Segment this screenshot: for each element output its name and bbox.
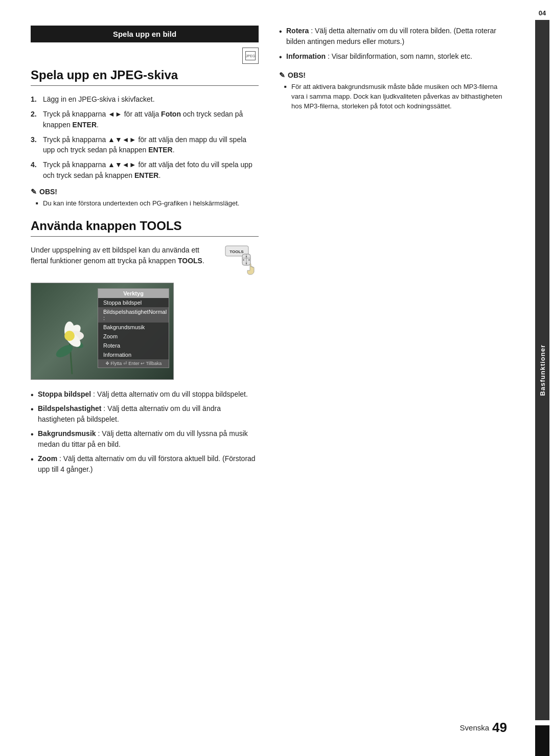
- tools-desc-line1: Under uppspelning av ett bildspel kan du…: [31, 246, 204, 265]
- right-bullet-info-bold: Information: [286, 52, 326, 60]
- obs-title-2: ✎ OBS!: [279, 71, 507, 79]
- tools-bullet-zoom: Zoom : Välj detta alternativ om du vill …: [31, 453, 259, 475]
- pencil-icon-1: ✎: [31, 188, 37, 196]
- step-1-num: 1.: [31, 94, 41, 104]
- step-4-text: Tryck på knapparna ▲▼◄► för att välja de…: [43, 159, 259, 180]
- obs-list-1: Du kan inte förstora undertexten och PG-…: [31, 199, 259, 209]
- tools-menu-speed-value: Normal: [149, 309, 167, 321]
- step-1: 1. Lägg in en JPEG-skiva i skivfacket.: [31, 94, 259, 104]
- tools-bullet-stop-bold: Stoppa bildspel: [38, 390, 91, 398]
- tools-menu-item-stop: Stoppa bildspel: [98, 298, 169, 307]
- obs-label-1: OBS!: [39, 188, 57, 196]
- tools-bullet-zoom-text: : Välj detta alternativ om du vill först…: [38, 454, 256, 473]
- svg-text:◄: ◄: [242, 258, 245, 261]
- side-tab-bar: [535, 725, 549, 756]
- step-3-num: 3.: [31, 134, 41, 155]
- section-title-tools: Använda knappen TOOLS: [31, 219, 259, 237]
- tools-menu-info-label: Information: [103, 352, 131, 358]
- tools-menu-item-rotate: Rotera: [98, 341, 169, 350]
- tools-bullet-stop: Stoppa bildspel : Välj detta alternativ …: [31, 389, 259, 400]
- obs-section-1: ✎ OBS! Du kan inte förstora undertexten …: [31, 188, 259, 209]
- step-2: 2. Tryck på knapparna ◄► för att välja F…: [31, 109, 259, 130]
- tools-menu-item-speed: Bildspelshastighet : Normal: [98, 307, 169, 323]
- obs-item-1-text: Du kan inte förstora undertexten och PG-…: [43, 199, 239, 207]
- tools-menu-zoom-label: Zoom: [103, 333, 118, 339]
- step-2-num: 2.: [31, 109, 41, 130]
- tools-bullet-speed: Bildspelshastighet : Välj detta alternat…: [31, 403, 259, 425]
- right-bullet-rotate-text: : Välj detta alternativ om du vill roter…: [286, 27, 496, 45]
- chapter-number: 04: [539, 9, 546, 17]
- chapter-label-container: Basfunktioner: [535, 20, 549, 720]
- tools-bullet-music: Bakgrundsmusik : Välj detta alternativ o…: [31, 428, 259, 450]
- flower-decoration: [41, 308, 103, 374]
- right-bullet-rotate-bold: Rotera: [286, 27, 309, 35]
- chapter-label: Basfunktioner: [539, 345, 546, 396]
- svg-point-16: [64, 331, 75, 341]
- right-bullet-info-text: : Visar bildinformation, som namn, storl…: [326, 52, 472, 60]
- svg-text:►: ►: [248, 258, 251, 261]
- tools-section: Använda knappen TOOLS Under uppspelning …: [31, 219, 259, 475]
- obs-list-2: För att aktivera bakgrundsmusik måste bå…: [279, 82, 507, 111]
- tools-description: Under uppspelning av ett bildspel kan du…: [31, 245, 259, 276]
- step-4-num: 4.: [31, 159, 41, 180]
- tools-button-svg: TOOLS ▲ ▼ ◄ ►: [223, 245, 259, 276]
- tools-menu-music-label: Bakgrundsmusik: [103, 324, 145, 330]
- tools-menu-item-zoom: Zoom: [98, 332, 169, 341]
- obs-item-2-text: För att aktivera bakgrundsmusik måste bå…: [291, 83, 502, 110]
- tools-menu-rotate-label: Rotera: [103, 342, 120, 349]
- footer-page-number: 49: [492, 720, 507, 736]
- tools-bullet-speed-bold: Bildspelshastighet: [38, 404, 101, 413]
- tools-menu-header: Verktyg: [98, 289, 169, 298]
- page-footer: Svenska 49: [31, 712, 507, 736]
- tools-menu-stop-label: Stoppa bildspel: [103, 300, 142, 306]
- tools-description-text: Under uppspelning av ett bildspel kan du…: [31, 245, 215, 266]
- section-title-jpeg: Spela upp en JPEG-skiva: [31, 68, 259, 86]
- side-tab: 04 Basfunktioner: [533, 0, 552, 756]
- left-column: Spela upp en bild JPEG Spela upp en JPEG…: [31, 26, 259, 712]
- tools-bullet-zoom-bold: Zoom: [38, 454, 57, 463]
- step-4: 4. Tryck på knapparna ▲▼◄► för att välja…: [31, 159, 259, 180]
- svg-text:▲: ▲: [245, 255, 248, 258]
- tools-menu-footer: ❖ Flytta ⏎ Enter ↩ Tillbaka: [98, 359, 169, 368]
- right-bullet-rotate: Rotera : Välj detta alternativ om du vil…: [279, 26, 507, 47]
- step-2-text: Tryck på knapparna ◄► för att välja Foto…: [43, 109, 259, 130]
- tools-bullet-stop-text: : Välj detta alternativ om du vill stopp…: [91, 390, 248, 398]
- obs-item-2: För att aktivera bakgrundsmusik måste bå…: [286, 82, 507, 111]
- step-3: 3. Tryck på knapparna ▲▼◄► för att välja…: [31, 134, 259, 155]
- svg-text:▼: ▼: [245, 262, 248, 265]
- page-container: 04 Basfunktioner Spela upp en bild JPEG: [0, 0, 552, 756]
- tools-menu-header-text: Verktyg: [123, 290, 144, 296]
- tools-bullet-music-bold: Bakgrundsmusik: [38, 429, 96, 438]
- tools-menu-speed-label: Bildspelshastighet :: [103, 309, 149, 321]
- obs-title-1: ✎ OBS!: [31, 188, 259, 196]
- right-bullet-info: Information : Visar bildinformation, som…: [279, 51, 507, 62]
- obs-item-1: Du kan inte förstora undertexten och PG-…: [38, 199, 259, 209]
- two-col-layout: Spela upp en bild JPEG Spela upp en JPEG…: [31, 26, 507, 712]
- tools-bullet-list: Stoppa bildspel : Välj detta alternativ …: [31, 389, 259, 475]
- obs-section-2: ✎ OBS! För att aktivera bakgrundsmusik m…: [279, 71, 507, 111]
- header-box-text: Spela upp en bild: [113, 30, 176, 38]
- tools-screenshot: Verktyg Stoppa bildspel Bildspelshastigh…: [31, 283, 174, 380]
- step-1-text: Lägg in en JPEG-skiva i skivfacket.: [43, 94, 259, 104]
- step-3-text: Tryck på knapparna ▲▼◄► för att välja de…: [43, 134, 259, 155]
- tools-menu-footer-text: ❖ Flytta ⏎ Enter ↩ Tillbaka: [105, 361, 162, 366]
- obs-label-2: OBS!: [288, 71, 306, 79]
- steps-list: 1. Lägg in en JPEG-skiva i skivfacket. 2…: [31, 94, 259, 180]
- section-header-box: Spela upp en bild: [31, 26, 259, 42]
- jpeg-icon: JPEG: [242, 48, 259, 64]
- footer-language: Svenska: [460, 723, 490, 732]
- pencil-icon-2: ✎: [279, 71, 285, 79]
- right-column: Rotera : Välj detta alternativ om du vil…: [279, 26, 507, 712]
- tools-menu-item-info: Information: [98, 350, 169, 359]
- svg-text:TOOLS: TOOLS: [229, 249, 244, 254]
- jpeg-icon-row: JPEG: [31, 48, 259, 64]
- tools-menu-item-music: Bakgrundsmusik: [98, 323, 169, 332]
- right-bullet-list: Rotera : Välj detta alternativ om du vil…: [279, 26, 507, 62]
- main-content: Spela upp en bild JPEG Spela upp en JPEG…: [0, 0, 533, 756]
- tools-menu-overlay: Verktyg Stoppa bildspel Bildspelshastigh…: [98, 288, 169, 368]
